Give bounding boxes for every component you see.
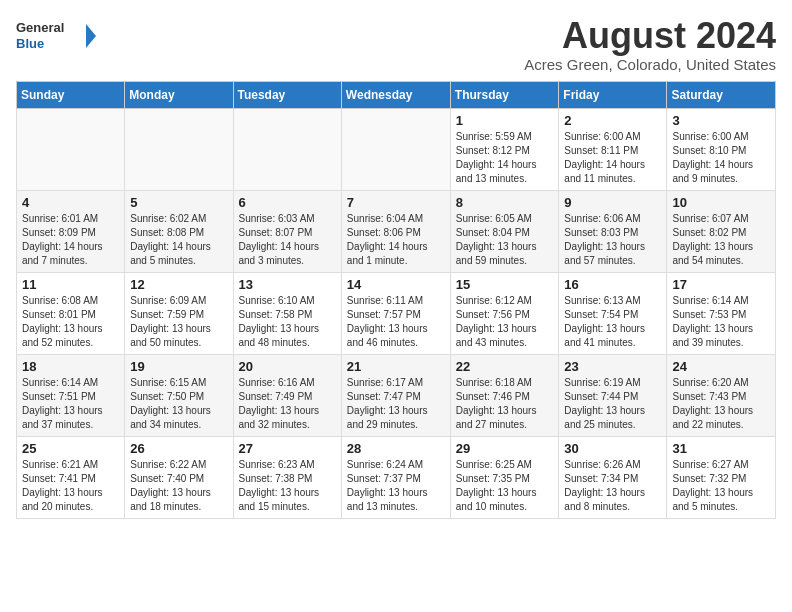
calendar-cell: 31Sunrise: 6:27 AMSunset: 7:32 PMDayligh… [667,436,776,518]
day-number: 29 [456,441,554,456]
day-info: Sunrise: 6:08 AMSunset: 8:01 PMDaylight:… [22,294,119,350]
week-row-1: 1Sunrise: 5:59 AMSunset: 8:12 PMDaylight… [17,108,776,190]
day-number: 8 [456,195,554,210]
day-number: 19 [130,359,227,374]
day-info: Sunrise: 6:11 AMSunset: 7:57 PMDaylight:… [347,294,445,350]
day-number: 30 [564,441,661,456]
calendar-cell: 3Sunrise: 6:00 AMSunset: 8:10 PMDaylight… [667,108,776,190]
calendar-cell: 13Sunrise: 6:10 AMSunset: 7:58 PMDayligh… [233,272,341,354]
calendar-cell: 8Sunrise: 6:05 AMSunset: 8:04 PMDaylight… [450,190,559,272]
main-title: August 2024 [524,16,776,56]
col-header-tuesday: Tuesday [233,81,341,108]
day-info: Sunrise: 6:00 AMSunset: 8:10 PMDaylight:… [672,130,770,186]
day-number: 31 [672,441,770,456]
calendar-cell: 20Sunrise: 6:16 AMSunset: 7:49 PMDayligh… [233,354,341,436]
week-row-3: 11Sunrise: 6:08 AMSunset: 8:01 PMDayligh… [17,272,776,354]
calendar-cell: 28Sunrise: 6:24 AMSunset: 7:37 PMDayligh… [341,436,450,518]
day-number: 25 [22,441,119,456]
day-number: 22 [456,359,554,374]
calendar-cell: 9Sunrise: 6:06 AMSunset: 8:03 PMDaylight… [559,190,667,272]
day-info: Sunrise: 6:24 AMSunset: 7:37 PMDaylight:… [347,458,445,514]
day-info: Sunrise: 6:06 AMSunset: 8:03 PMDaylight:… [564,212,661,268]
day-info: Sunrise: 6:03 AMSunset: 8:07 PMDaylight:… [239,212,336,268]
day-number: 24 [672,359,770,374]
subtitle: Acres Green, Colorado, United States [524,56,776,73]
calendar-cell [341,108,450,190]
day-info: Sunrise: 6:13 AMSunset: 7:54 PMDaylight:… [564,294,661,350]
day-info: Sunrise: 6:14 AMSunset: 7:53 PMDaylight:… [672,294,770,350]
calendar-cell: 14Sunrise: 6:11 AMSunset: 7:57 PMDayligh… [341,272,450,354]
calendar-cell: 26Sunrise: 6:22 AMSunset: 7:40 PMDayligh… [125,436,233,518]
day-info: Sunrise: 6:02 AMSunset: 8:08 PMDaylight:… [130,212,227,268]
day-number: 5 [130,195,227,210]
day-info: Sunrise: 6:00 AMSunset: 8:11 PMDaylight:… [564,130,661,186]
day-info: Sunrise: 6:17 AMSunset: 7:47 PMDaylight:… [347,376,445,432]
day-number: 11 [22,277,119,292]
day-number: 20 [239,359,336,374]
day-info: Sunrise: 6:01 AMSunset: 8:09 PMDaylight:… [22,212,119,268]
day-info: Sunrise: 6:23 AMSunset: 7:38 PMDaylight:… [239,458,336,514]
calendar-cell: 5Sunrise: 6:02 AMSunset: 8:08 PMDaylight… [125,190,233,272]
svg-marker-2 [86,24,96,48]
week-row-5: 25Sunrise: 6:21 AMSunset: 7:41 PMDayligh… [17,436,776,518]
logo: General Blue [16,16,96,56]
calendar-cell: 12Sunrise: 6:09 AMSunset: 7:59 PMDayligh… [125,272,233,354]
day-number: 10 [672,195,770,210]
calendar-cell: 27Sunrise: 6:23 AMSunset: 7:38 PMDayligh… [233,436,341,518]
header-row: SundayMondayTuesdayWednesdayThursdayFrid… [17,81,776,108]
day-number: 2 [564,113,661,128]
calendar-cell: 24Sunrise: 6:20 AMSunset: 7:43 PMDayligh… [667,354,776,436]
calendar-cell: 18Sunrise: 6:14 AMSunset: 7:51 PMDayligh… [17,354,125,436]
col-header-sunday: Sunday [17,81,125,108]
week-row-4: 18Sunrise: 6:14 AMSunset: 7:51 PMDayligh… [17,354,776,436]
day-number: 13 [239,277,336,292]
day-info: Sunrise: 6:26 AMSunset: 7:34 PMDaylight:… [564,458,661,514]
day-info: Sunrise: 6:25 AMSunset: 7:35 PMDaylight:… [456,458,554,514]
col-header-thursday: Thursday [450,81,559,108]
calendar-cell: 7Sunrise: 6:04 AMSunset: 8:06 PMDaylight… [341,190,450,272]
day-info: Sunrise: 6:16 AMSunset: 7:49 PMDaylight:… [239,376,336,432]
calendar-cell: 30Sunrise: 6:26 AMSunset: 7:34 PMDayligh… [559,436,667,518]
calendar-cell [17,108,125,190]
title-area: August 2024 Acres Green, Colorado, Unite… [524,16,776,73]
calendar-cell: 15Sunrise: 6:12 AMSunset: 7:56 PMDayligh… [450,272,559,354]
col-header-monday: Monday [125,81,233,108]
col-header-wednesday: Wednesday [341,81,450,108]
day-info: Sunrise: 5:59 AMSunset: 8:12 PMDaylight:… [456,130,554,186]
calendar-cell: 10Sunrise: 6:07 AMSunset: 8:02 PMDayligh… [667,190,776,272]
calendar-cell: 29Sunrise: 6:25 AMSunset: 7:35 PMDayligh… [450,436,559,518]
day-info: Sunrise: 6:22 AMSunset: 7:40 PMDaylight:… [130,458,227,514]
day-info: Sunrise: 6:20 AMSunset: 7:43 PMDaylight:… [672,376,770,432]
day-number: 14 [347,277,445,292]
day-number: 1 [456,113,554,128]
calendar-cell: 1Sunrise: 5:59 AMSunset: 8:12 PMDaylight… [450,108,559,190]
day-info: Sunrise: 6:19 AMSunset: 7:44 PMDaylight:… [564,376,661,432]
day-info: Sunrise: 6:12 AMSunset: 7:56 PMDaylight:… [456,294,554,350]
day-info: Sunrise: 6:27 AMSunset: 7:32 PMDaylight:… [672,458,770,514]
logo-svg: General Blue [16,16,96,56]
day-info: Sunrise: 6:04 AMSunset: 8:06 PMDaylight:… [347,212,445,268]
day-info: Sunrise: 6:07 AMSunset: 8:02 PMDaylight:… [672,212,770,268]
day-number: 28 [347,441,445,456]
day-number: 17 [672,277,770,292]
day-number: 27 [239,441,336,456]
day-number: 9 [564,195,661,210]
day-number: 18 [22,359,119,374]
calendar-cell: 21Sunrise: 6:17 AMSunset: 7:47 PMDayligh… [341,354,450,436]
calendar-cell: 16Sunrise: 6:13 AMSunset: 7:54 PMDayligh… [559,272,667,354]
day-info: Sunrise: 6:09 AMSunset: 7:59 PMDaylight:… [130,294,227,350]
week-row-2: 4Sunrise: 6:01 AMSunset: 8:09 PMDaylight… [17,190,776,272]
day-info: Sunrise: 6:21 AMSunset: 7:41 PMDaylight:… [22,458,119,514]
calendar-cell: 19Sunrise: 6:15 AMSunset: 7:50 PMDayligh… [125,354,233,436]
day-number: 23 [564,359,661,374]
header: General Blue August 2024 Acres Green, Co… [16,16,776,73]
calendar-cell [125,108,233,190]
day-info: Sunrise: 6:15 AMSunset: 7:50 PMDaylight:… [130,376,227,432]
day-info: Sunrise: 6:05 AMSunset: 8:04 PMDaylight:… [456,212,554,268]
calendar-cell [233,108,341,190]
calendar-cell: 2Sunrise: 6:00 AMSunset: 8:11 PMDaylight… [559,108,667,190]
day-number: 3 [672,113,770,128]
day-number: 12 [130,277,227,292]
svg-text:Blue: Blue [16,36,44,51]
day-info: Sunrise: 6:18 AMSunset: 7:46 PMDaylight:… [456,376,554,432]
